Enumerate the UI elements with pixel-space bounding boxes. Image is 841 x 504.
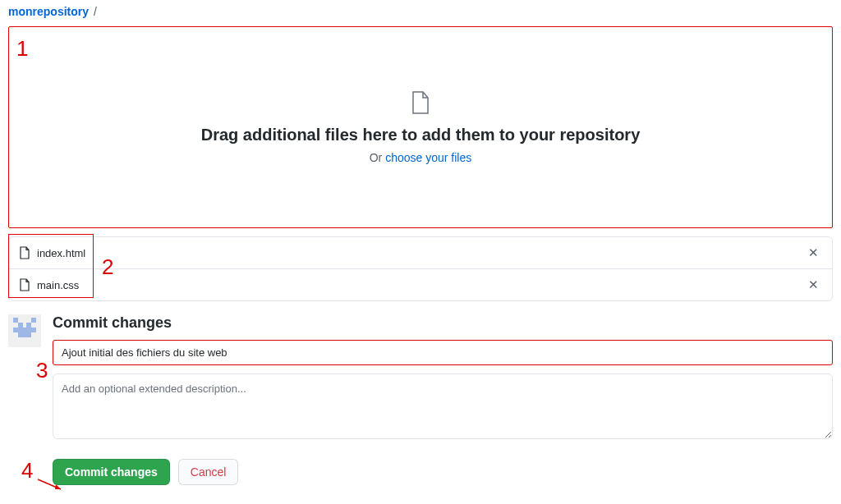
commit-summary-input[interactable] [53, 340, 833, 365]
commit-section: Commit changes [8, 314, 833, 442]
annotation-4: 4 [21, 458, 33, 483]
svg-rect-5 [13, 328, 36, 332]
file-icon [411, 91, 430, 114]
commit-actions: Commit changes Cancel [53, 459, 841, 485]
commit-heading: Commit changes [53, 314, 833, 332]
commit-description-textarea[interactable] [53, 373, 833, 439]
dropzone-or: Or choose your files [370, 151, 472, 164]
file-name: index.html [37, 247, 85, 259]
dropzone-title: Drag additional files here to add them t… [201, 126, 641, 144]
document-icon [19, 246, 30, 259]
file-list: index.html ✕ main.css ✕ [8, 236, 833, 301]
file-row: main.css ✕ [9, 269, 832, 300]
breadcrumb: monrepository / [0, 0, 841, 23]
commit-changes-button[interactable]: Commit changes [53, 459, 170, 485]
svg-rect-4 [26, 323, 31, 328]
dropzone-or-prefix: Or [370, 151, 385, 164]
document-icon [19, 278, 30, 291]
svg-rect-1 [13, 318, 18, 323]
breadcrumb-sep: / [94, 5, 97, 18]
remove-file-button[interactable]: ✕ [805, 245, 822, 260]
avatar [8, 314, 41, 347]
svg-rect-6 [18, 332, 31, 337]
remove-file-button[interactable]: ✕ [805, 277, 822, 292]
dropzone[interactable]: Drag additional files here to add them t… [8, 26, 833, 228]
file-name: main.css [37, 279, 79, 291]
svg-rect-3 [18, 323, 23, 328]
file-row: index.html ✕ [9, 237, 832, 269]
repo-link[interactable]: monrepository [8, 5, 89, 18]
choose-files-link[interactable]: choose your files [385, 151, 471, 164]
cancel-button[interactable]: Cancel [178, 459, 239, 485]
svg-rect-2 [31, 318, 36, 323]
